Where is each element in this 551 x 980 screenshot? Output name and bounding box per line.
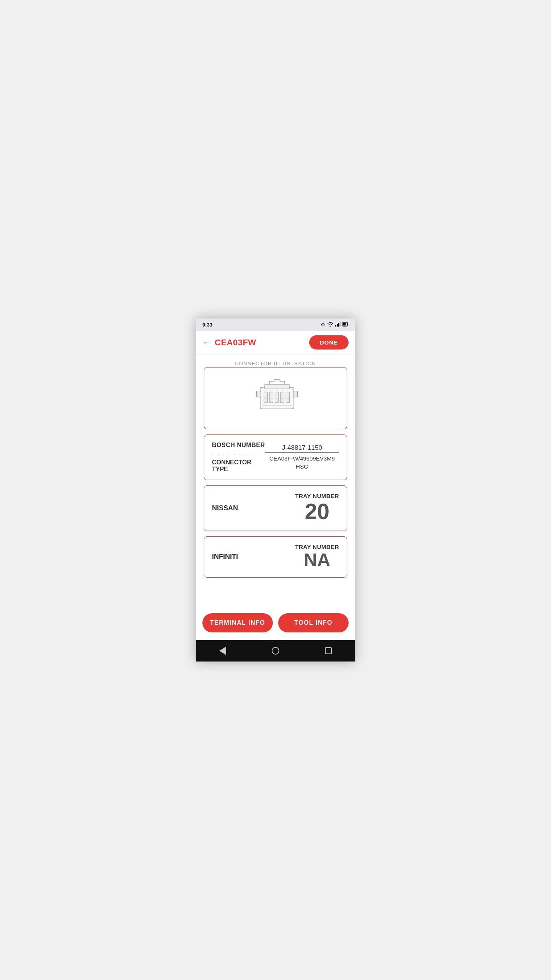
nav-bar (196, 640, 355, 662)
tool-info-button[interactable]: TOOL INFO (278, 613, 349, 632)
svg-rect-3 (340, 322, 341, 327)
bosch-divider: - - - - - - - - (212, 451, 252, 457)
gear-icon: ⚙ (321, 322, 325, 328)
svg-rect-14 (256, 391, 261, 397)
bottom-buttons: TERMINAL INFO TOOL INFO (196, 608, 355, 640)
svg-rect-2 (338, 323, 339, 327)
connector-section-label: CONNECTOR ILLUSTRATION (204, 361, 347, 366)
bosch-number-label: BOSCH NUMBER (212, 442, 265, 449)
status-bar: 9:33 ⚙ (196, 318, 355, 331)
svg-rect-0 (335, 325, 336, 327)
svg-rect-1 (337, 324, 338, 327)
status-time: 9:33 (202, 322, 212, 328)
status-icons: ⚙ (321, 322, 349, 328)
nav-recents-icon (325, 647, 332, 654)
bosch-number-value: J-48817-1150 (265, 444, 339, 453)
nav-home-button[interactable] (272, 647, 279, 655)
svg-rect-8 (264, 392, 268, 403)
battery-icon (342, 322, 349, 328)
nav-back-button[interactable] (219, 647, 226, 655)
page-title: CEA03FW (215, 338, 256, 348)
connector-section: CONNECTOR ILLUSTRATION (204, 361, 347, 429)
nissan-tray-box: NISSAN TRAY NUMBER 20 (204, 485, 347, 531)
nissan-tray-right: TRAY NUMBER 20 (295, 493, 339, 524)
header-left: ← CEA03FW (202, 338, 256, 348)
header: ← CEA03FW DONE (196, 331, 355, 354)
connector-type-label: CONNECTOR TYPE (212, 459, 265, 473)
connector-illustration-box (204, 367, 347, 429)
nav-recents-button[interactable] (325, 647, 332, 654)
nissan-tray-number-value: 20 (305, 499, 329, 524)
nav-home-icon (272, 647, 279, 655)
bosch-info-right: J-48817-1150 CEA03F-W/49609EV3M9 HSG (265, 444, 339, 470)
svg-rect-15 (293, 391, 297, 397)
nissan-brand-label: NISSAN (212, 504, 238, 512)
svg-rect-13 (274, 379, 280, 382)
infiniti-brand-label: INFINITI (212, 553, 238, 561)
connector-type-value: CEA03F-W/49609EV3M9 HSG (265, 454, 339, 470)
infiniti-tray-number-value: NA (304, 550, 330, 570)
nav-back-icon (219, 647, 226, 655)
signal-icon (335, 322, 341, 328)
back-button[interactable]: ← (202, 338, 211, 348)
infiniti-tray-number-label: TRAY NUMBER (295, 544, 339, 550)
nissan-tray-number-label: TRAY NUMBER (295, 493, 339, 499)
infiniti-tray-right: TRAY NUMBER NA (295, 544, 339, 570)
svg-rect-7 (265, 384, 289, 389)
svg-rect-11 (280, 392, 284, 403)
terminal-info-button[interactable]: TERMINAL INFO (202, 613, 273, 632)
svg-rect-12 (286, 392, 290, 403)
wifi-icon (327, 322, 333, 328)
main-content: CONNECTOR ILLUSTRATION (196, 354, 355, 608)
svg-rect-5 (343, 323, 346, 325)
bosch-info-box: BOSCH NUMBER - - - - - - - - CONNECTOR T… (204, 434, 347, 480)
bosch-info-left: BOSCH NUMBER - - - - - - - - CONNECTOR T… (212, 442, 265, 473)
connector-svg (245, 375, 306, 421)
svg-rect-10 (275, 392, 279, 403)
infiniti-tray-box: INFINITI TRAY NUMBER NA (204, 536, 347, 578)
done-button[interactable]: DONE (309, 335, 349, 350)
svg-rect-9 (269, 392, 273, 403)
